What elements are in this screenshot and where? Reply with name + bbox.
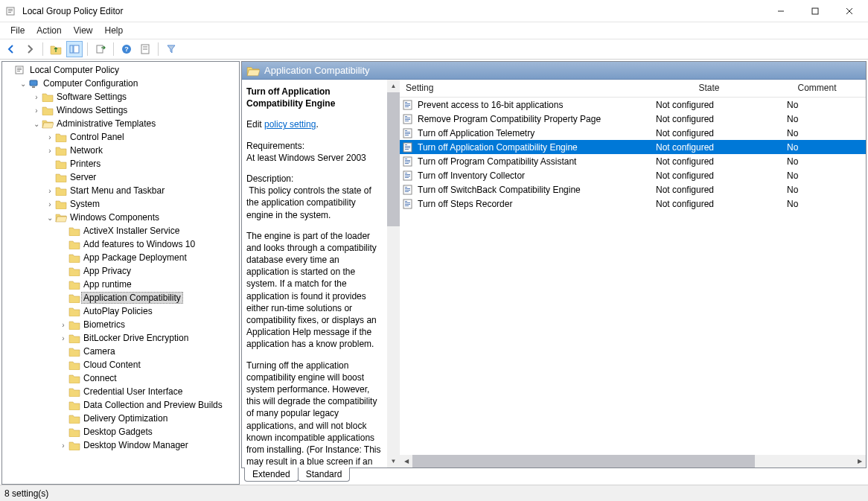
scroll-up-icon[interactable]: ▲ [387,80,400,92]
tree-node-deliveryopt[interactable]: ·Delivery Optimization [2,412,239,425]
tree-node-root[interactable]: ·Local Computer Policy [2,63,239,77]
settings-row[interactable]: Turn off Inventory CollectorNot configur… [400,168,866,182]
tree-node-deskwinmgr[interactable]: ›Desktop Window Manager [2,438,239,452]
setting-state: Not configured [650,170,769,181]
expand-icon[interactable]: › [32,106,41,115]
tree-node-appprivacy[interactable]: ·App Privacy [2,264,239,278]
tree-node-start_taskbar[interactable]: ›Start Menu and Taskbar [2,184,239,197]
result-pane-title: Application Compatibility [264,65,370,76]
expand-icon[interactable]: ⌄ [19,80,28,88]
tree-node-label: System [68,199,102,209]
expand-icon[interactable]: › [32,93,41,101]
settings-row[interactable]: Remove Program Compatibility Property Pa… [400,112,866,126]
scroll-track[interactable] [387,226,400,455]
tree-node-label: Credential User Interface [81,386,185,397]
settings-row[interactable]: Turn off Program Compatibility Assistant… [400,154,866,168]
tree-node-admin_templates[interactable]: ⌄Administrative Templates [2,117,239,130]
menu-file[interactable]: File [4,24,31,37]
column-comment[interactable]: Comment [769,80,866,97]
settings-row[interactable]: Turn off SwitchBack Compatibility Engine… [400,182,866,197]
maximize-button[interactable] [798,0,832,22]
tree-node-datacollection[interactable]: ·Data Collection and Preview Builds [2,398,239,412]
menu-view[interactable]: View [68,24,99,37]
tree-node-windows_components[interactable]: ⌄Windows Components [2,211,239,224]
scroll-thumb[interactable] [387,92,400,226]
tree-node-autoplay[interactable]: ·AutoPlay Policies [2,304,239,318]
tree-node-credui[interactable]: ·Credential User Interface [2,385,239,398]
nav-back-button[interactable] [3,41,19,57]
tree-node-connect[interactable]: ·Connect [2,371,239,385]
scroll-right-icon[interactable]: ▶ [853,455,866,468]
tree-node-cloudcontent[interactable]: ·Cloud Content [2,358,239,371]
tree-node-bitlocker[interactable]: ›BitLocker Drive Encryption [2,331,239,345]
export-list-button[interactable] [92,41,109,57]
expand-icon[interactable]: › [45,187,54,195]
settings-row[interactable]: Turn off Application Compatibility Engin… [400,140,866,154]
horizontal-scrollbar[interactable]: ◀ ▶ [400,455,866,468]
expand-icon[interactable]: › [45,200,54,208]
properties-button[interactable] [137,41,153,57]
tree-node-addfeatures[interactable]: ·Add features to Windows 10 [2,237,239,251]
expand-icon[interactable]: › [45,147,54,155]
tab-standard[interactable]: Standard [298,468,351,482]
settings-row[interactable]: Turn off Application TelemetryNot config… [400,126,866,140]
tree-node-windows_settings[interactable]: ›Windows Settings [2,103,239,117]
tree-node-printers[interactable]: ·Printers [2,157,239,170]
minimize-button[interactable] [764,0,798,22]
tree-node-system[interactable]: ›System [2,197,239,211]
tree-node-software_settings[interactable]: ›Software Settings [2,90,239,103]
hscroll-thumb[interactable] [412,455,755,468]
folder-icon [68,319,81,330]
tree-node-label: Desktop Window Manager [81,440,191,450]
up-one-level-button[interactable] [48,41,64,57]
menu-help[interactable]: Help [99,24,130,37]
expand-icon[interactable]: › [59,441,68,450]
tree-node-label: Software Settings [54,92,129,102]
tab-extended[interactable]: Extended [244,468,299,482]
scroll-down-icon[interactable]: ▼ [387,455,400,468]
policy-item-icon [400,156,416,167]
filter-button[interactable] [163,41,179,57]
tree-node-gadgets[interactable]: ·Desktop Gadgets [2,425,239,438]
menu-action[interactable]: Action [31,24,67,37]
toolbar-separator [113,42,114,56]
expand-icon[interactable]: › [45,133,54,141]
nav-forward-button[interactable] [22,41,38,57]
tree-node-computer_cfg[interactable]: ⌄Computer Configuration [2,77,239,90]
help-button[interactable] [118,41,135,57]
titlebar: Local Group Policy Editor [0,0,868,22]
show-hide-tree-button[interactable] [66,41,83,57]
description-scrollbar[interactable]: ▲ ▼ [387,80,400,468]
folder-icon [54,185,68,196]
tree-node-biometrics[interactable]: ›Biometrics [2,318,239,331]
scroll-left-icon[interactable]: ◀ [400,455,412,468]
settings-row[interactable]: Turn off Steps RecorderNot configuredNo [400,197,866,211]
settings-row[interactable]: Prevent access to 16-bit applicationsNot… [400,98,866,112]
folder-open-icon [41,118,54,129]
setting-state: Not configured [650,100,769,110]
tree-node-control_panel[interactable]: ›Control Panel [2,130,239,144]
app-icon [6,5,18,17]
folder-icon [68,386,81,397]
tree-node-camera[interactable]: ·Camera [2,345,239,358]
expand-icon[interactable]: › [59,321,68,329]
tree-node-appcompat[interactable]: ·Application Compatibility [2,291,239,304]
close-button[interactable] [832,0,867,22]
tree-node-label: Camera [81,346,118,357]
tree-node-server[interactable]: ·Server [2,170,239,184]
tree-node-apppkg[interactable]: ·App Package Deployment [2,251,239,264]
column-state[interactable]: State [650,80,769,97]
expand-icon[interactable]: ⌄ [32,120,41,128]
column-setting[interactable]: Setting [400,80,650,97]
tree-node-label: App Package Deployment [81,252,189,263]
expand-icon[interactable]: › [59,334,68,342]
policy-setting-link[interactable]: policy setting [264,119,316,130]
expand-icon[interactable]: ⌄ [45,214,54,222]
tree-node-activex[interactable]: ·ActiveX Installer Service [2,224,239,237]
console-tree[interactable]: ·Local Computer Policy⌄Computer Configur… [1,61,240,485]
policy-item-icon [400,170,416,181]
tree-node-appruntime[interactable]: ·App runtime [2,278,239,291]
menubar: File Action View Help [0,22,868,39]
hscroll-track[interactable] [755,455,853,468]
tree-node-network[interactable]: ›Network [2,144,239,157]
